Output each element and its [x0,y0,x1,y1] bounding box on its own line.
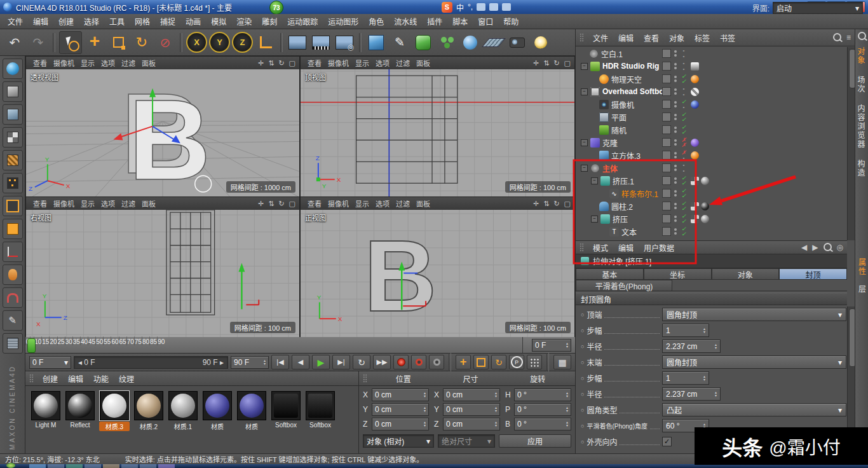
viewport-menu-item[interactable]: 查看 [304,60,325,67]
material-item[interactable]: Light M [31,391,61,431]
layer-chip[interactable] [662,125,671,134]
render-view-button[interactable] [287,32,308,53]
viewport-menu-item[interactable]: 面板 [413,200,433,208]
hull-inward-checkbox[interactable] [662,437,672,446]
viewport-menu-item[interactable]: 过滤 [118,60,139,67]
layer-chip[interactable] [662,163,671,172]
spline-pen-button[interactable] [389,32,410,53]
visibility-dots[interactable] [674,165,677,171]
enable-toggles[interactable] [680,125,688,135]
live-selection-tool[interactable] [59,31,82,54]
viewport-front[interactable]: 查看摄像机显示选项过滤面板 ✛ ⇅ ↻ ▢ 正视图 [300,196,575,337]
lock-workplane-icon[interactable] [3,333,23,354]
keyboard-icon[interactable] [489,3,498,11]
enable-toggles[interactable] [680,226,688,237]
panel-grip[interactable] [363,374,367,383]
interface-select[interactable]: 启动▾ [773,2,863,14]
zoom-view-icon[interactable]: ⇅ [268,59,274,67]
scale-tool[interactable] [107,32,129,53]
lock-z-button[interactable]: Z [232,32,253,53]
keyframe-selection-button[interactable] [429,355,444,369]
section-cap-fillet[interactable]: 封顶圆角 [576,292,847,305]
material-item[interactable]: 材质.2 [133,391,164,431]
enable-toggles[interactable] [680,86,688,97]
key-pla-toggle[interactable] [527,355,542,369]
object-row[interactable]: 随机 [576,123,847,136]
viewport-menu-item[interactable]: 查看 [30,60,50,67]
layer-chip[interactable] [662,62,671,71]
apply-button[interactable]: 应用 [499,434,571,448]
viewport-menu-item[interactable]: 摄像机 [325,200,352,208]
enable-toggles[interactable] [680,201,688,211]
viewport-canvas[interactable]: B Y X [301,210,574,337]
snap-icon[interactable] [3,287,23,308]
ime-toolbar[interactable]: S 中 °, [442,1,511,13]
menu-item[interactable]: 网格 [130,18,155,27]
menu-item[interactable]: 捕捉 [155,18,180,27]
material-item[interactable]: 材质 [202,391,233,431]
visibility-dots[interactable] [674,228,677,235]
menu-item[interactable]: 标签 [689,34,715,43]
polygons-mode-icon[interactable] [3,219,23,239]
autokey-button[interactable] [411,355,426,369]
menu-item[interactable]: 运动跟踪 [282,18,323,27]
expand-toggle[interactable] [591,216,598,223]
enable-toggles[interactable] [680,150,688,161]
material-tag[interactable] [691,139,699,147]
object-row[interactable]: 克隆 [576,136,847,149]
frame-range-slider[interactable]: ◂ 0 F 90 F ▸ [74,356,228,369]
tab-caps[interactable]: 封顶 [779,268,847,280]
material-tag[interactable] [701,215,709,223]
phong-tag[interactable] [691,202,699,210]
material-item[interactable]: 材质 [236,391,267,431]
phong-tag[interactable] [691,177,699,185]
enable-toggles[interactable] [680,188,688,198]
menu-item[interactable]: 查看 [639,34,664,43]
rotate-tool[interactable] [131,32,153,53]
add-cube-button[interactable] [365,32,387,53]
menu-item[interactable]: 角色 [363,18,389,27]
start-orb[interactable] [6,463,15,468]
panel-tab[interactable]: 构造 [855,155,866,182]
expand-toggle[interactable] [581,139,588,146]
undo-button[interactable] [4,32,25,53]
move-tool[interactable] [84,32,105,53]
end-radius-field[interactable]: 2.237 cm▴▾ [662,387,721,401]
position-z-field[interactable]: 0 cm▴▾ [372,418,429,430]
viewport-menu-item[interactable]: 选项 [98,60,118,67]
axis-mode-icon[interactable] [3,242,23,262]
panel-grip[interactable] [580,243,584,252]
history-forward-icon[interactable]: ▶ [812,243,818,252]
material-tag[interactable] [691,62,699,71]
viewport-canvas[interactable]: Y Z X [26,210,299,337]
tab-coordinates[interactable]: 坐标 [644,268,712,280]
size-y-field[interactable]: 0 cm▴▾ [443,403,500,416]
menu-item[interactable]: 创建 [37,375,63,384]
pan-view-icon[interactable]: ✛ [258,59,264,67]
toggle-view-icon[interactable]: ▢ [289,59,295,67]
menu-item[interactable]: 工具 [104,18,130,27]
key-rotation-toggle[interactable] [491,355,506,369]
floor-button[interactable] [483,32,505,53]
play-button[interactable] [312,355,330,369]
position-y-field[interactable]: 0 cm▴▾ [372,403,429,416]
menu-item[interactable]: 选择 [79,18,104,27]
panel-tab[interactable]: 层 [857,280,867,298]
size-z-field[interactable]: 0 cm▴▾ [443,418,500,430]
rotate-view-icon[interactable]: ↻ [278,59,284,67]
timeline-ruler[interactable]: 051015202530354045505560657075808590 0 F… [25,337,575,354]
object-row[interactable]: 空白.1 [576,47,847,60]
menu-item[interactable]: 窗口 [473,18,498,27]
history-back-icon[interactable]: ◀ [801,243,807,252]
texture-mode-icon[interactable] [3,127,23,148]
texture-view-icon[interactable] [3,59,23,79]
object-row[interactable]: Overhead Softbox [576,85,847,98]
object-row[interactable]: 立方体.3 [576,149,847,162]
current-frame-field[interactable]: 0 F▴▾ [532,339,571,352]
material-tag[interactable] [701,202,709,210]
visibility-dots[interactable] [674,177,677,184]
redo-button[interactable] [27,32,49,53]
enable-toggles[interactable] [680,48,688,59]
object-row[interactable]: 平面 [576,111,847,123]
expand-toggle[interactable] [581,165,588,172]
